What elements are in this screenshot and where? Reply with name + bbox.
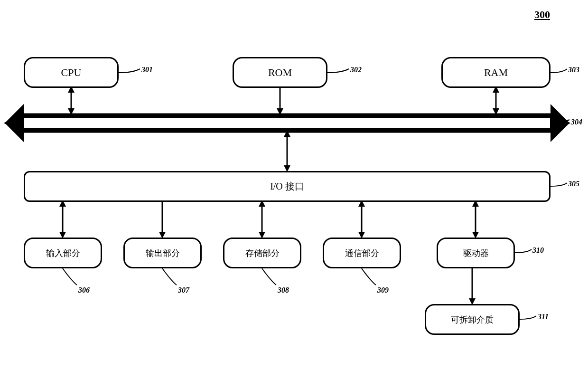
- removable-ref: 311: [538, 313, 549, 321]
- io-label: I/O 接口: [270, 180, 304, 193]
- rom-ref: 302: [350, 66, 362, 74]
- svg-marker-13: [277, 108, 283, 115]
- driver-box: 驱动器: [437, 238, 515, 268]
- bus-ref: 304: [571, 118, 582, 126]
- main-ref-label: 300: [534, 9, 550, 21]
- svg-rect-3: [24, 118, 551, 128]
- ram-label: RAM: [484, 67, 508, 79]
- input-box: 输入部分: [24, 238, 102, 268]
- rom-box: ROM: [233, 57, 327, 88]
- svg-marker-2: [551, 104, 569, 142]
- svg-marker-7: [551, 114, 569, 132]
- svg-rect-0: [24, 114, 551, 132]
- rom-label: ROM: [268, 67, 292, 79]
- ram-box: RAM: [441, 57, 551, 88]
- comm-label: 通信部分: [345, 247, 379, 259]
- driver-ref: 310: [532, 246, 544, 255]
- removable-box: 可拆卸介质: [425, 304, 520, 335]
- storage-box: 存储部分: [223, 238, 301, 268]
- cpu-ref: 301: [141, 66, 153, 74]
- input-label: 输入部分: [46, 247, 80, 259]
- svg-marker-6: [5, 114, 24, 132]
- output-ref: 307: [178, 286, 189, 295]
- cpu-label: CPU: [61, 67, 82, 79]
- input-ref: 306: [78, 286, 90, 295]
- svg-marker-10: [68, 108, 75, 115]
- output-label: 输出部分: [146, 247, 180, 259]
- storage-ref: 308: [278, 286, 289, 295]
- storage-label: 存储部分: [245, 247, 280, 259]
- svg-marker-1: [5, 104, 24, 142]
- svg-marker-15: [493, 108, 499, 115]
- driver-label: 驱动器: [463, 247, 489, 259]
- cpu-box: CPU: [24, 57, 119, 88]
- comm-ref: 309: [377, 286, 389, 295]
- comm-box: 通信部分: [323, 238, 401, 268]
- svg-marker-19: [284, 130, 290, 137]
- ram-ref: 303: [568, 66, 579, 74]
- io-box: I/O 接口: [24, 171, 551, 202]
- output-box: 输出部分: [123, 238, 202, 268]
- removable-label: 可拆卸介质: [451, 314, 494, 325]
- io-ref: 305: [568, 180, 579, 188]
- diagram-container: 300: [0, 0, 588, 371]
